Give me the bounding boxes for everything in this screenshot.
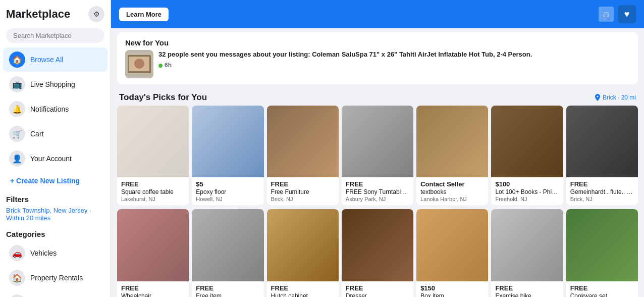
product-price: $150: [420, 284, 484, 292]
product-price: FREE: [570, 180, 634, 188]
account-icon: 👤: [9, 151, 25, 167]
product-price: FREE: [121, 284, 185, 292]
product-info: FREEGemeinhardt.. flute.. make me an off…: [566, 177, 638, 205]
banner-heart-icon: ♥: [618, 5, 636, 23]
product-price: Contact Seller: [420, 180, 484, 188]
nfy-thumb-image: [125, 50, 153, 78]
product-info: $5Epoxy floorHowell, NJ: [192, 177, 263, 205]
category-apparel[interactable]: 👕 Apparel: [3, 290, 108, 297]
product-info: FREEWheelchairToms River, NJ: [117, 281, 189, 297]
live-shopping-icon: 📺: [9, 76, 25, 92]
banner-icon-left: ◻: [599, 7, 614, 22]
product-card[interactable]: FREEGemeinhardt.. flute.. make me an off…: [566, 106, 638, 205]
nfy-message: 32 people sent you messages about your l…: [158, 50, 532, 70]
product-name: textbooks: [420, 188, 484, 195]
product-price: FREE: [121, 180, 185, 188]
product-name: Wheelchair: [121, 292, 185, 297]
product-name: Dresser: [346, 292, 409, 297]
product-name: Hutch cabinet: [271, 292, 335, 297]
product-image: [267, 209, 339, 281]
create-listing-label: + Create New Listing: [10, 177, 80, 185]
sidebar-header: Marketplace ⚙: [0, 6, 111, 26]
search-input[interactable]: [6, 28, 104, 43]
product-card[interactable]: FREEFree itemBrick, NJ: [192, 209, 263, 297]
product-card[interactable]: FREEExercise bikeBrick, NJ: [491, 209, 563, 297]
product-location: Howell, NJ: [196, 196, 259, 202]
nav-item-your-account[interactable]: 👤 Your Account: [3, 146, 108, 171]
product-name: Epoxy floor: [196, 188, 259, 195]
main-content: Learn More ◻ ♥ New for You 32 people se: [111, 0, 644, 297]
product-info: FREEDresserBrick, NJ: [342, 281, 413, 297]
product-card[interactable]: FREEWheelchairToms River, NJ: [117, 209, 189, 297]
product-card[interactable]: FREEFree FurnitureBrick, NJ: [267, 106, 339, 205]
banner: Learn More ◻ ♥: [111, 0, 644, 28]
product-name: Exercise bike: [495, 292, 559, 297]
category-label-vehicles: Vehicles: [30, 249, 57, 257]
product-image: [491, 209, 563, 281]
product-card[interactable]: FREEDresserBrick, NJ: [342, 209, 413, 297]
online-dot: [158, 64, 163, 68]
product-price: FREE: [570, 284, 634, 292]
cart-icon: 🛒: [9, 126, 25, 142]
sidebar-title: Marketplace: [6, 8, 70, 21]
banner-right: ◻ ♥: [599, 5, 636, 23]
product-card[interactable]: $5Epoxy floorHowell, NJ: [192, 106, 263, 205]
product-info: Contact SellertextbooksLanoka Harbor, NJ: [416, 177, 488, 205]
product-location: Brick, NJ: [570, 196, 634, 202]
product-card[interactable]: FREEFREE Sony Turntable works WITH NEEDL…: [342, 106, 413, 205]
product-price: FREE: [271, 284, 335, 292]
browse-all-icon: 🏠: [9, 52, 25, 68]
nfy-content: New for You 32 people sent you messages …: [125, 38, 630, 78]
product-location: Freehold, NJ: [495, 196, 559, 202]
product-image: [117, 209, 189, 281]
create-listing-button[interactable]: + Create New Listing: [6, 173, 84, 189]
product-name: Box item: [420, 292, 484, 297]
product-name: Square coffee table: [121, 188, 185, 195]
learn-more-button[interactable]: Learn More: [119, 8, 169, 21]
product-info: FREEHutch cabinetToms River, NJ: [267, 281, 339, 297]
product-grid-row2: FREEWheelchairToms River, NJFREEFree ite…: [111, 209, 644, 297]
property-rentals-icon: 🏠: [9, 270, 25, 286]
product-card[interactable]: $150Box itemHowell, NJ: [416, 209, 488, 297]
product-image: [117, 106, 189, 177]
product-image: [192, 106, 263, 177]
nav-item-browse-all[interactable]: 🏠 Browse All: [3, 47, 108, 72]
product-info: FREEExercise bikeBrick, NJ: [491, 281, 563, 297]
product-price: $100: [495, 180, 559, 188]
product-info: $150Box itemHowell, NJ: [416, 281, 488, 297]
product-image: [566, 209, 638, 281]
nav-label-cart: Cart: [30, 130, 43, 138]
product-image: [267, 106, 339, 177]
product-price: FREE: [495, 284, 559, 292]
product-image: [491, 106, 563, 177]
product-image: [192, 209, 263, 281]
product-price: FREE: [346, 284, 409, 292]
nav-item-cart[interactable]: 🛒 Cart: [3, 122, 108, 146]
category-vehicles[interactable]: 🚗 Vehicles: [3, 241, 108, 265]
product-location: Lakehurst, NJ: [121, 196, 185, 202]
product-location: Lanoka Harbor, NJ: [420, 196, 484, 202]
product-card[interactable]: $100Lot 100+ Books - Philosophy, LGBQ, H…: [491, 106, 563, 205]
settings-button[interactable]: ⚙: [88, 6, 104, 22]
product-card[interactable]: FREESquare coffee tableLakehurst, NJ: [117, 106, 189, 205]
nav-item-live-shopping[interactable]: 📺 Live Shopping: [3, 72, 108, 96]
filter-location[interactable]: Brick Township, New Jersey · Within 20 m…: [0, 206, 111, 226]
new-for-you-section: New for You 32 people sent you messages …: [117, 32, 638, 84]
product-info: $100Lot 100+ Books - Philosophy, LGBQ, H…: [491, 177, 563, 205]
nfy-label: New for You: [125, 38, 630, 47]
categories-label: Categories: [0, 226, 111, 240]
nav-label-notifications: Notifications: [30, 105, 69, 113]
product-name: FREE Sony Turntable works WITH NEEDLE: [346, 188, 409, 195]
product-info: FREEFree FurnitureBrick, NJ: [267, 177, 339, 205]
nav-item-notifications[interactable]: 🔔 Notifications: [3, 97, 108, 121]
location-badge: Brick · 20 mi: [595, 94, 636, 101]
svg-point-3: [134, 59, 144, 69]
product-image: [342, 106, 413, 177]
product-card[interactable]: Contact SellertextbooksLanoka Harbor, NJ: [416, 106, 488, 205]
product-card[interactable]: FREEHutch cabinetToms River, NJ: [267, 209, 339, 297]
category-property-rentals[interactable]: 🏠 Property Rentals: [3, 266, 108, 290]
product-location: Asbury Park, NJ: [346, 196, 409, 202]
product-card[interactable]: FREECookware setFreehold, NJ: [566, 209, 638, 297]
product-image: [566, 106, 638, 177]
product-image: [416, 209, 488, 281]
